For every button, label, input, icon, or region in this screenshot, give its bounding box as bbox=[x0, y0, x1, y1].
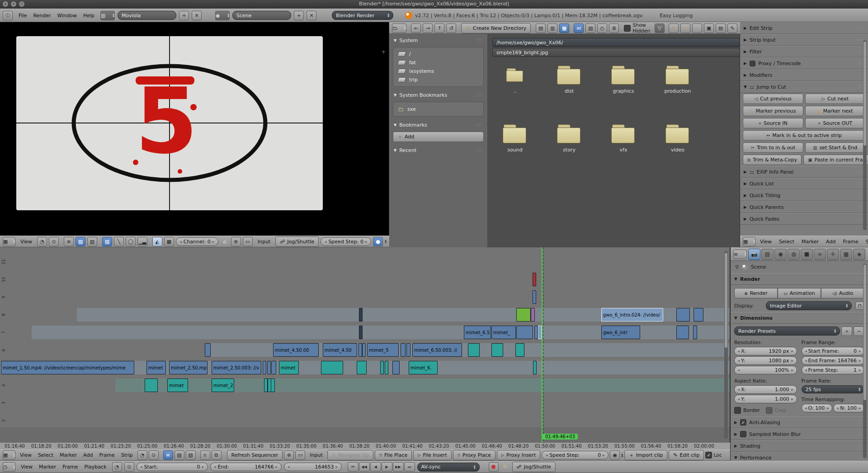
strip[interactable] bbox=[362, 343, 366, 357]
menu-frame[interactable]: Frame bbox=[96, 451, 118, 459]
image-both-icon[interactable]: ▧ bbox=[186, 450, 196, 460]
stepper-icon[interactable]: ▲▼ bbox=[621, 453, 623, 458]
panel-header-filter[interactable]: ▶Filter:::: bbox=[740, 46, 868, 57]
folder-item-vfx[interactable]: vfx bbox=[599, 124, 648, 153]
dec-arrow-icon[interactable]: ◂ bbox=[837, 406, 839, 410]
sidebar-item-ixsystems[interactable]: ixsystems bbox=[396, 67, 481, 76]
button-trim-to-in-out[interactable]: ✂Trim to in & out bbox=[743, 142, 803, 153]
strip[interactable] bbox=[468, 343, 480, 357]
crop-checkbox[interactable] bbox=[766, 407, 773, 414]
strip[interactable] bbox=[491, 343, 503, 357]
layout-delete-icon[interactable]: ✕ bbox=[192, 11, 202, 20]
panel-checkbox[interactable]: ✓ bbox=[740, 419, 746, 426]
timecode-ruler[interactable]: 01:16:4001:18:2001:20:0001:21:4001:23:20… bbox=[0, 442, 730, 449]
resolution-y-field[interactable]: ◂Y:1080 px▸ bbox=[734, 356, 797, 365]
strip[interactable] bbox=[271, 361, 276, 374]
physics-tab[interactable]: ◈ bbox=[853, 249, 865, 260]
file-place-button[interactable]: ▽File Place bbox=[375, 450, 412, 460]
button-audio[interactable]: ◁)Audio bbox=[821, 288, 864, 298]
draw-icon[interactable]: ╲ bbox=[114, 237, 124, 246]
clock-icon[interactable]: ◔ bbox=[37, 237, 47, 246]
menu-render[interactable]: Render bbox=[30, 12, 54, 19]
overlay-split-icon[interactable]: ◭ bbox=[152, 237, 162, 246]
sidebar-panel-header-recent[interactable]: ▼Recent:::: bbox=[389, 144, 487, 155]
constraints-tab[interactable]: ∞ bbox=[814, 249, 826, 260]
button-trim-meta-copy[interactable]: ⧉Trim & Meta-Copy bbox=[743, 155, 802, 165]
scene-add-icon[interactable]: + bbox=[294, 11, 304, 20]
strip-mimet[interactable]: mimet bbox=[167, 378, 188, 392]
image-preview-icon[interactable]: ▨ bbox=[175, 450, 184, 460]
properties-scrollbar[interactable] bbox=[863, 264, 867, 458]
render-panel-header[interactable]: ▼Render:::: bbox=[731, 273, 868, 285]
header-collapse-icon[interactable]: ▲▼ bbox=[385, 239, 387, 244]
strip[interactable] bbox=[401, 343, 406, 357]
texture-tab[interactable]: ▦ bbox=[840, 249, 852, 260]
button-source-out[interactable]: »Source OUT bbox=[805, 118, 866, 128]
strip[interactable] bbox=[516, 326, 533, 339]
keying-icon[interactable]: ⚿ bbox=[501, 463, 510, 471]
menu-marker[interactable]: Marker bbox=[798, 238, 822, 246]
strip[interactable] bbox=[406, 343, 410, 357]
button-mark-in-out-to-active-strip[interactable]: ↔Mark in & out to active strip bbox=[743, 130, 865, 141]
sequencer-input-menu[interactable]: Input bbox=[307, 451, 326, 459]
sequencer-timeline[interactable]: 234567891011gwo_6_intro.024: //video/mim… bbox=[0, 247, 730, 442]
ghost-icon[interactable]: ⌂ bbox=[220, 237, 229, 246]
inc-arrow-icon[interactable]: ▸ bbox=[792, 397, 793, 401]
strip[interactable] bbox=[534, 326, 538, 339]
frame-step-field[interactable]: ◂Frame Step:1▸ bbox=[802, 366, 864, 374]
screen-layout-icon[interactable]: ▥▲▼ bbox=[100, 11, 115, 20]
panel-header-strip-input[interactable]: ▶Strip Input:::: bbox=[740, 34, 868, 46]
dec-arrow-icon[interactable]: ◂ bbox=[738, 397, 740, 401]
panel-header-proxy-timecode[interactable]: ▶Proxy / Timecode:::: bbox=[740, 57, 868, 69]
button-set-start-end[interactable]: ▥set Start & End bbox=[805, 142, 866, 153]
jump-start-icon[interactable]: ⏮ bbox=[348, 462, 359, 472]
strip[interactable] bbox=[531, 308, 535, 322]
thumbnails-icon[interactable]: ▦ bbox=[559, 24, 569, 33]
remap-old-field[interactable]: ◂O:100▸ bbox=[802, 404, 833, 412]
dec-arrow-icon[interactable]: ◂ bbox=[805, 368, 807, 372]
clock-icon[interactable]: ◔ bbox=[112, 462, 122, 472]
resolution-percent-field[interactable]: ◂100%▸ bbox=[734, 366, 797, 374]
mask-icon[interactable]: ▩ bbox=[164, 237, 174, 246]
image-preview-icon[interactable]: ▨ bbox=[75, 237, 85, 246]
filename-field[interactable]: smpte169_bright.jpg bbox=[492, 48, 740, 57]
checker-icon[interactable]: ▨ bbox=[102, 237, 112, 246]
proxy-place-button[interactable]: ▽Proxy Place bbox=[453, 450, 495, 460]
strip-mimet[interactable]: mimet bbox=[146, 361, 166, 374]
edit-clip-button[interactable]: ✎Edit clip bbox=[669, 450, 704, 460]
strip-mimet_4_50_00[interactable]: mimet_4.50.00 bbox=[273, 343, 319, 357]
clapper-icon[interactable]: ▭ bbox=[243, 237, 253, 246]
strip-mimet_2[interactable]: mimet_2 bbox=[212, 378, 234, 392]
menu-add[interactable]: Add bbox=[822, 238, 839, 246]
scene-tab[interactable]: ◉ bbox=[774, 249, 787, 260]
menu-marker[interactable]: Marker bbox=[57, 451, 80, 459]
strip[interactable] bbox=[264, 378, 268, 392]
breadcrumb-scene-label[interactable]: Scene bbox=[751, 264, 766, 270]
backup-filter-icon[interactable]: ✧ bbox=[692, 24, 702, 33]
file-insert-button[interactable]: ▷File Insert bbox=[413, 450, 452, 460]
strip[interactable] bbox=[359, 326, 363, 339]
strip-gwo_6_intr[interactable]: gwo_6_intr bbox=[601, 326, 640, 339]
sidebar-item-trip[interactable]: trip bbox=[396, 76, 481, 84]
path-field[interactable]: /home/sxe/gwo/gwo_Xx06/ bbox=[492, 38, 740, 47]
button-source-in[interactable]: «Source IN bbox=[743, 118, 803, 128]
camera-add-icon[interactable]: ⊕ bbox=[231, 237, 241, 246]
menu-view[interactable]: View bbox=[756, 238, 775, 246]
movie-filter-icon[interactable]: ▤ bbox=[716, 24, 726, 33]
proxy-toggle-icon[interactable]: ● bbox=[373, 237, 383, 246]
menu-playback[interactable]: Playback bbox=[81, 463, 109, 471]
folder-item-production[interactable]: production bbox=[653, 66, 703, 94]
strip[interactable] bbox=[271, 378, 275, 392]
menu-window[interactable]: Window bbox=[54, 12, 80, 19]
clock-icon[interactable]: ◔ bbox=[137, 450, 147, 460]
lock-icon[interactable]: ⊙ bbox=[149, 450, 159, 460]
image-filter-icon[interactable]: ▣ bbox=[704, 24, 714, 33]
strip-mimet_4_50[interactable]: mimet_4.50 bbox=[323, 343, 357, 357]
button-paste-in-current-fra-[interactable]: ▣Paste in current Fra... bbox=[803, 155, 868, 165]
speed-step-stepper[interactable]: ◂Speed Step: 0▸ bbox=[542, 451, 609, 459]
strip[interactable] bbox=[533, 290, 536, 304]
menu-add[interactable]: Add bbox=[80, 451, 96, 459]
start-frame-field[interactable]: ◂Start Frame:0▸ bbox=[802, 347, 864, 355]
render-layers-tab[interactable]: ▤ bbox=[761, 249, 774, 260]
sequence-view-icon[interactable]: ≡ bbox=[163, 450, 173, 460]
